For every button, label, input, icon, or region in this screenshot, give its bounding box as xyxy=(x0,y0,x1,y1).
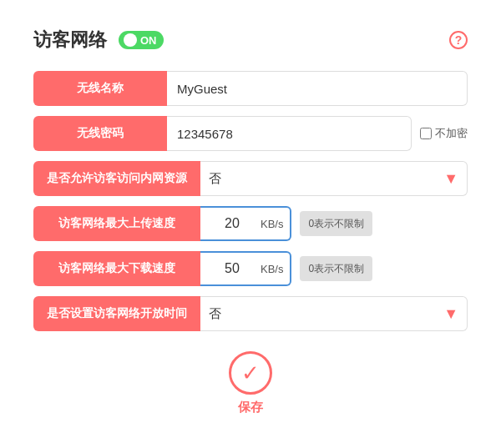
upload-input[interactable] xyxy=(207,216,257,231)
upload-input-wrap: KB/s xyxy=(200,206,291,241)
header-row: 访客网络 ON ? xyxy=(33,28,468,53)
open-time-row: 是否设置访客网络开放时间 否 ▼ xyxy=(33,296,468,331)
download-label: 访客网络最大下载速度 xyxy=(33,251,200,286)
ssid-row: 无线名称 xyxy=(33,71,468,106)
page-title: 访客网络 xyxy=(33,28,107,53)
open-time-select[interactable]: 否 ▼ xyxy=(200,296,468,331)
upload-unit: KB/s xyxy=(261,218,283,230)
toggle-circle xyxy=(124,33,137,47)
no-encrypt-label[interactable]: 不加密 xyxy=(420,126,468,141)
guest-network-panel: 访客网络 ON ? 无线名称 无线密码 不加密 是否允许访客访问内网资源 否 ▼… xyxy=(17,8,484,440)
download-input-wrap: KB/s xyxy=(200,251,291,286)
allow-intranet-select[interactable]: 否 ▼ xyxy=(200,161,468,196)
download-hint: 0表示不限制 xyxy=(300,256,372,281)
open-time-label: 是否设置访客网络开放时间 xyxy=(33,296,200,331)
toggle-switch[interactable]: ON xyxy=(119,31,164,49)
download-unit: KB/s xyxy=(261,263,283,275)
download-speed-row: 访客网络最大下载速度 KB/s 0表示不限制 xyxy=(33,251,468,286)
save-area: ✓ 保存 xyxy=(33,351,468,415)
download-input[interactable] xyxy=(207,261,257,276)
allow-intranet-row: 是否允许访客访问内网资源 否 ▼ xyxy=(33,161,468,196)
upload-label: 访客网络最大上传速度 xyxy=(33,206,200,241)
allow-intranet-value: 否 xyxy=(209,171,437,187)
password-input[interactable] xyxy=(167,116,412,151)
save-check-icon: ✓ xyxy=(241,362,260,384)
password-label: 无线密码 xyxy=(33,116,167,151)
ssid-input[interactable] xyxy=(167,71,468,106)
dropdown-arrow-icon: ▼ xyxy=(443,170,458,188)
no-encrypt-checkbox[interactable] xyxy=(420,128,432,139)
upload-speed-row: 访客网络最大上传速度 KB/s 0表示不限制 xyxy=(33,206,468,241)
help-icon[interactable]: ? xyxy=(449,31,468,49)
toggle-label: ON xyxy=(140,34,157,47)
password-row: 无线密码 不加密 xyxy=(33,116,468,151)
ssid-label: 无线名称 xyxy=(33,71,167,106)
upload-hint: 0表示不限制 xyxy=(300,211,372,236)
no-encrypt-text: 不加密 xyxy=(435,126,468,141)
allow-intranet-label: 是否允许访客访问内网资源 xyxy=(33,161,200,196)
open-time-dropdown-arrow-icon: ▼ xyxy=(443,305,458,323)
open-time-value: 否 xyxy=(209,306,437,322)
save-label: 保存 xyxy=(238,400,263,415)
save-button[interactable]: ✓ xyxy=(229,351,272,395)
